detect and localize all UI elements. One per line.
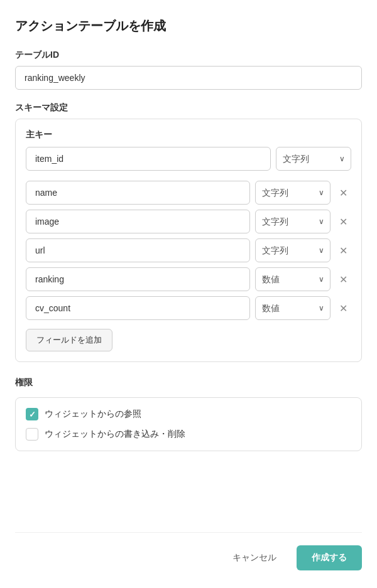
field-name-input[interactable] (26, 210, 250, 233)
table-row: 文字列数値真偽値✕ (26, 267, 351, 291)
field-type-select[interactable]: 文字列数値真偽値 (255, 238, 331, 262)
field-type-select[interactable]: 文字列数値真偽値 (255, 181, 331, 205)
delete-field-button[interactable]: ✕ (336, 271, 351, 288)
cancel-button[interactable]: キャンセル (222, 546, 287, 570)
schema-section-label: スキーマ設定 (15, 102, 362, 114)
create-button[interactable]: 作成する (297, 545, 362, 570)
permission-label: ウィジェットからの参照 (45, 409, 141, 420)
checkbox-unchecked-icon[interactable] (26, 428, 38, 441)
footer: キャンセル 作成する (15, 532, 362, 588)
field-type-select[interactable]: 文字列数値真偽値 (255, 296, 331, 320)
primary-key-row: 文字列 数値 真偽値 (26, 147, 351, 171)
field-name-input[interactable] (26, 238, 250, 262)
schema-section: 主キー 文字列 数値 真偽値 文字列数値真偽値✕文字列数値真偽値✕文字列数値真偽… (15, 119, 362, 362)
field-name-input[interactable] (26, 181, 250, 205)
primary-key-type-wrapper: 文字列 数値 真偽値 (276, 147, 351, 171)
field-type-select[interactable]: 文字列数値真偽値 (255, 267, 331, 291)
table-row: 文字列数値真偽値✕ (26, 238, 351, 262)
field-type-wrapper: 文字列数値真偽値 (255, 238, 331, 262)
delete-field-button[interactable]: ✕ (336, 242, 351, 259)
permission-item: ウィジェットからの参照 (26, 408, 351, 420)
page-title: アクションテーブルを作成 (15, 18, 362, 35)
add-field-button[interactable]: フィールドを追加 (26, 329, 112, 351)
table-id-label: テーブルID (15, 50, 362, 61)
delete-field-button[interactable]: ✕ (336, 300, 351, 317)
permissions-section-label: 権限 (15, 377, 362, 388)
permission-label: ウィジェットからの書き込み・削除 (45, 429, 185, 440)
field-type-wrapper: 文字列数値真偽値 (255, 296, 331, 320)
checkbox-checked-icon[interactable] (26, 408, 38, 420)
table-id-input[interactable] (15, 66, 362, 90)
delete-field-button[interactable]: ✕ (336, 213, 351, 230)
delete-field-button[interactable]: ✕ (336, 184, 351, 201)
field-name-input[interactable] (26, 296, 250, 320)
primary-key-label: 主キー (26, 129, 351, 141)
field-rows: 文字列数値真偽値✕文字列数値真偽値✕文字列数値真偽値✕文字列数値真偽値✕文字列数… (26, 181, 351, 320)
field-name-input[interactable] (26, 267, 250, 291)
primary-key-type-select[interactable]: 文字列 数値 真偽値 (276, 147, 351, 171)
permission-item: ウィジェットからの書き込み・削除 (26, 428, 351, 441)
primary-key-input[interactable] (26, 147, 271, 171)
permissions-section: ウィジェットからの参照ウィジェットからの書き込み・削除 (15, 397, 362, 451)
table-row: 文字列数値真偽値✕ (26, 296, 351, 320)
table-row: 文字列数値真偽値✕ (26, 210, 351, 233)
table-row: 文字列数値真偽値✕ (26, 181, 351, 205)
field-type-select[interactable]: 文字列数値真偽値 (255, 210, 331, 233)
field-type-wrapper: 文字列数値真偽値 (255, 210, 331, 233)
field-type-wrapper: 文字列数値真偽値 (255, 267, 331, 291)
field-type-wrapper: 文字列数値真偽値 (255, 181, 331, 205)
